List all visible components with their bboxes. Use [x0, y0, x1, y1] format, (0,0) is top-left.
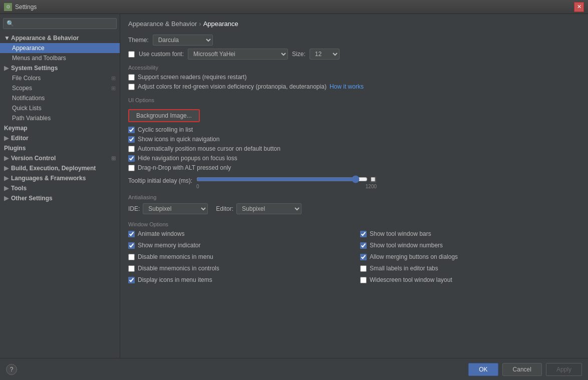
auto-position-mouse-label: Automatically position mouse cursor on d… [138, 145, 280, 152]
ide-antialias-label: IDE: [128, 205, 140, 212]
window-title: Settings [15, 4, 574, 11]
show-tool-window-bars-checkbox[interactable] [360, 231, 367, 237]
help-button[interactable]: ? [6, 364, 17, 375]
drag-n-drop-alt-row: Drag-n-Drop with ALT pressed only [128, 164, 580, 171]
theme-label: Theme: [128, 37, 149, 44]
vc-icon: ⊞ [111, 155, 116, 162]
show-tool-window-numbers-row: Show tool window numbers [360, 242, 580, 249]
animate-windows-label: Animate windows [138, 230, 184, 237]
background-image-button[interactable]: Background Image... [128, 109, 200, 122]
sidebar-item-quick-lists[interactable]: Quick Lists [0, 103, 120, 113]
drag-n-drop-alt-checkbox[interactable] [128, 165, 135, 171]
sidebar-item-menus-toolbars[interactable]: Menus and Toolbars [0, 53, 120, 63]
antialiasing-row: IDE: Subpixel Greyscale No antialiasing … [128, 203, 580, 214]
sidebar-item-file-colors[interactable]: File Colors ⊞ [0, 73, 120, 83]
sidebar-item-notifications[interactable]: Notifications [0, 93, 120, 103]
expand-arrow-build-icon: ▶ [4, 165, 10, 172]
editor-antialias-select[interactable]: Subpixel Greyscale No antialiasing [236, 203, 302, 214]
file-colors-icon: ⊞ [111, 75, 116, 82]
display-icons-menu-checkbox[interactable] [128, 277, 135, 283]
font-size-select[interactable]: 12 13 14 [310, 49, 340, 60]
disable-mnemonics-controls-checkbox[interactable] [128, 265, 135, 272]
adjust-colors-checkbox[interactable] [128, 84, 135, 90]
sidebar-item-editor[interactable]: ▶ Editor [0, 133, 120, 143]
animate-windows-checkbox[interactable] [128, 231, 135, 237]
editor-antialias-pair: Editor: Subpixel Greyscale No antialiasi… [216, 203, 302, 214]
ide-antialias-select[interactable]: Subpixel Greyscale No antialiasing [143, 203, 208, 214]
search-box[interactable]: 🔍 [3, 18, 117, 29]
display-icons-menu-row: Display icons in menu items [128, 276, 348, 283]
disable-mnemonics-controls-label: Disable mnemonics in controls [138, 265, 219, 272]
adjust-colors-label: Adjust colors for red-green vision defic… [138, 83, 327, 90]
tooltip-delay-slider[interactable] [196, 175, 368, 183]
sidebar-item-version-control[interactable]: ▶ Version Control ⊞ [0, 153, 120, 163]
sidebar-item-keymap[interactable]: Keymap [0, 123, 120, 133]
expand-arrow-tools-icon: ▶ [4, 185, 10, 192]
support-screen-readers-checkbox[interactable] [128, 74, 135, 81]
expand-arrow-editor-icon: ▶ [4, 135, 10, 142]
editor-antialias-label: Editor: [216, 205, 233, 212]
cyclic-scrolling-checkbox[interactable] [128, 127, 135, 133]
ok-button[interactable]: OK [468, 363, 498, 376]
auto-position-mouse-checkbox[interactable] [128, 146, 135, 152]
expand-arrow-icon: ▼ [4, 35, 10, 42]
hide-nav-popups-row: Hide navigation popups on focus loss [128, 155, 580, 162]
window-options-section-title: Window Options [128, 221, 580, 227]
search-icon: 🔍 [7, 20, 14, 27]
hide-nav-popups-checkbox[interactable] [128, 155, 135, 162]
allow-merging-buttons-checkbox[interactable] [360, 254, 367, 260]
widescreen-layout-checkbox[interactable] [360, 277, 367, 283]
allow-merging-buttons-label: Allow merging buttons on dialogs [370, 253, 458, 260]
font-select[interactable]: Microsoft YaHei Arial Consolas [188, 49, 288, 60]
show-icons-quick-nav-checkbox[interactable] [128, 136, 135, 143]
tooltip-max-label: 1200 [366, 184, 377, 189]
disable-mnemonics-menu-row: Disable mnemonics in menu [128, 253, 348, 260]
sidebar-item-plugins[interactable]: Plugins [0, 143, 120, 153]
disable-mnemonics-controls-row: Disable mnemonics in controls [128, 265, 348, 272]
search-input[interactable] [16, 20, 113, 27]
theme-select[interactable]: Darcula IntelliJ High contrast Windows [153, 35, 213, 46]
sidebar-item-other-settings[interactable]: ▶ Other Settings [0, 193, 120, 203]
sidebar-item-appearance[interactable]: Appearance [0, 43, 120, 53]
show-memory-indicator-label: Show memory indicator [138, 242, 200, 249]
scopes-icon: ⊞ [111, 85, 116, 92]
window-options-grid: Animate windows Show tool window bars Sh… [128, 230, 580, 286]
expand-arrow-lang-icon: ▶ [4, 175, 10, 182]
tooltip-slider-wrapper: 🔲 0 1200 [196, 175, 377, 189]
tooltip-max-indicator: 🔲 [370, 176, 377, 183]
sidebar-item-path-variables[interactable]: Path Variables [0, 113, 120, 123]
sidebar-item-languages[interactable]: ▶ Languages & Frameworks [0, 173, 120, 183]
apply-button[interactable]: Apply [546, 363, 582, 376]
breadcrumb: Appearance & Behavior › Appearance [128, 20, 580, 28]
show-memory-indicator-checkbox[interactable] [128, 242, 135, 249]
display-icons-menu-label: Display icons in menu items [138, 276, 212, 283]
sidebar: 🔍 ▼ Appearance & Behavior Appearance Men… [0, 14, 120, 358]
theme-row: Theme: Darcula IntelliJ High contrast Wi… [128, 35, 580, 46]
bottom-bar: ? OK Cancel Apply [0, 358, 588, 380]
sidebar-item-build[interactable]: ▶ Build, Execution, Deployment [0, 163, 120, 173]
close-button[interactable]: ✕ [574, 2, 584, 12]
content-panel: Appearance & Behavior › Appearance Theme… [120, 14, 588, 358]
tooltip-delay-label: Tooltip initial delay (ms): [128, 177, 192, 184]
sidebar-item-appearance-behavior[interactable]: ▼ Appearance & Behavior [0, 33, 120, 43]
sidebar-item-tools[interactable]: ▶ Tools [0, 183, 120, 193]
cyclic-scrolling-row: Cyclic scrolling in list [128, 126, 580, 133]
auto-position-mouse-row: Automatically position mouse cursor on d… [128, 145, 580, 152]
expand-arrow-other-icon: ▶ [4, 195, 10, 202]
font-row: Use custom font: Microsoft YaHei Arial C… [128, 49, 580, 60]
ui-options-section-title: UI Options [128, 97, 580, 103]
use-custom-font-checkbox[interactable] [128, 51, 135, 58]
sidebar-item-system-settings[interactable]: ▶ System Settings [0, 63, 120, 73]
how-it-works-link[interactable]: How it works [330, 83, 364, 90]
small-labels-editor-tabs-checkbox[interactable] [360, 265, 367, 272]
show-tool-window-bars-row: Show tool window bars [360, 230, 580, 237]
show-memory-indicator-row: Show memory indicator [128, 242, 348, 249]
tooltip-delay-row: Tooltip initial delay (ms): 🔲 0 1200 [128, 175, 580, 189]
sidebar-item-scopes[interactable]: Scopes ⊞ [0, 83, 120, 93]
disable-mnemonics-menu-checkbox[interactable] [128, 254, 135, 260]
adjust-colors-row: Adjust colors for red-green vision defic… [128, 83, 580, 90]
show-tool-window-numbers-checkbox[interactable] [360, 242, 367, 249]
main-layout: 🔍 ▼ Appearance & Behavior Appearance Men… [0, 14, 588, 358]
cancel-button[interactable]: Cancel [502, 363, 542, 376]
disable-mnemonics-menu-label: Disable mnemonics in menu [138, 253, 213, 260]
